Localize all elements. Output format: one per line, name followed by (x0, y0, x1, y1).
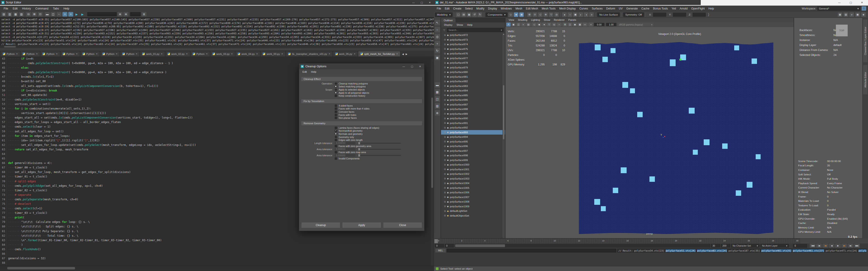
film-gate-icon[interactable]: ▭ (583, 23, 587, 26)
script-tab[interactable]: Python ✕ (60, 51, 80, 57)
expand-icon[interactable]: ⊞ (444, 140, 446, 143)
step-back-key-button[interactable]: |◀ (822, 244, 828, 248)
wireframe-icon[interactable]: ◇ (532, 23, 536, 26)
lights-icon[interactable]: ▽ (547, 23, 551, 26)
save-script-icon[interactable]: ▦ (13, 12, 18, 16)
input-connections-icon[interactable]: ● (562, 12, 567, 17)
layout-single-pane-icon[interactable]: ▬ (435, 82, 440, 88)
modeling-toolkit-icon[interactable]: ▦ (838, 12, 842, 17)
menu-item[interactable]: Generate (625, 7, 640, 10)
expand-icon[interactable]: ⊞ (444, 168, 446, 170)
outliner-item[interactable]: ⊞ ◆ polySurface974 (441, 42, 505, 47)
outliner-item[interactable]: ⊞ ◆ polySurface1005 (441, 185, 505, 191)
code-vertical-scrollbar[interactable] (431, 59, 434, 266)
expand-icon[interactable]: ⊞ (444, 173, 446, 175)
status-collapse-icon[interactable]: ⟩ (708, 12, 709, 17)
play-backwards-button[interactable]: ◀ (829, 244, 835, 248)
snap-curve-icon[interactable]: ⊙ (532, 12, 537, 17)
dialog-option-row[interactable]: Invalid Components (301, 157, 422, 160)
close-tab-icon[interactable]: ✕ (36, 53, 38, 55)
script-tab[interactable]: work_02.py ✕ (165, 51, 190, 57)
maximize-icon[interactable]: ▢ (411, 65, 413, 68)
make-live-icon[interactable]: ◎ (554, 12, 559, 17)
step-forward-frame-button[interactable]: ▶| (848, 244, 854, 248)
select-hierarchy-mode-icon[interactable]: ◇ (508, 12, 513, 17)
line-number-field[interactable] (130, 12, 141, 16)
snap-view-plane-icon[interactable]: ▽ (549, 12, 553, 17)
close-tab-icon[interactable]: ✕ (96, 53, 98, 55)
clear-all-icon[interactable]: ⊡ (38, 12, 43, 16)
character-set-dropdown[interactable]: No Character Set▾ (731, 244, 760, 247)
snap-grid-icon[interactable]: ⊞ (527, 12, 532, 17)
animation-start-field[interactable]: 0 (435, 244, 444, 247)
outliner-item[interactable]: ⊞ ◆ polySurface983 (441, 84, 505, 89)
checkbox[interactable] (335, 127, 337, 129)
maximize-icon[interactable]: ▢ (849, 1, 852, 4)
dialog-option-row[interactable]: Select matching polygons (301, 85, 422, 88)
animation-end-field[interactable]: 200 (721, 244, 730, 247)
minimize-icon[interactable]: — (402, 65, 405, 68)
checkbox[interactable] (335, 111, 337, 113)
range-slider-thumb[interactable] (455, 244, 505, 247)
scroll-up-icon[interactable]: ▲ (502, 33, 505, 35)
menu-item[interactable]: Edit (301, 70, 309, 73)
two-d-pan-zoom-icon[interactable]: ◐ (521, 23, 526, 26)
outliner-item[interactable]: ⊞ ◆ polySurface995 (441, 139, 505, 144)
joints-xray-icon[interactable]: ◉ (573, 23, 577, 26)
selected-faces[interactable] (689, 108, 694, 113)
checkbox[interactable] (335, 145, 337, 147)
expand-icon[interactable]: ⊞ (444, 75, 446, 78)
tolerance-slider[interactable] (358, 155, 401, 156)
close-tab-icon[interactable]: ✕ (396, 53, 398, 55)
close-icon[interactable]: ✕ (419, 65, 421, 68)
expand-icon[interactable]: ⊞ (444, 159, 446, 161)
history-horizontal-scrollbar[interactable] (0, 46, 434, 48)
menu-item[interactable]: Shading (516, 19, 529, 21)
command-input[interactable] (447, 249, 616, 252)
z-coord-input[interactable] (692, 13, 706, 17)
script-tab[interactable]: work_03.py ✕ (210, 51, 235, 57)
radio-button[interactable] (335, 89, 337, 91)
outliner-scrollbar[interactable]: ▲ (502, 33, 505, 238)
lasso-tool-icon[interactable]: ○ (435, 27, 440, 32)
layout-split-pane-icon[interactable]: ◫ (435, 96, 440, 102)
open-script-add-icon[interactable]: ▥ (7, 12, 12, 16)
tab-scroll-right-icon[interactable]: ▶ (405, 53, 407, 55)
cleanup-options-dialog[interactable]: M Cleanup Options — ▢ ✕ EditHelp Cleanup… (299, 63, 425, 231)
close-button[interactable]: Close (383, 222, 422, 228)
attribute-editor-toggle-icon[interactable]: ▣ (855, 12, 860, 17)
panel-separator[interactable] (588, 23, 588, 26)
mel-python-toggle[interactable]: MEL (435, 249, 446, 252)
humanik-icon[interactable]: ▧ (844, 12, 848, 17)
script-tab[interactable]: work_01.py ✕ (140, 51, 165, 57)
script-tab[interactable]: Python ✕ (100, 51, 120, 57)
menu-item[interactable]: Help (465, 24, 475, 26)
script-tab[interactable]: Python ✕ (40, 51, 60, 57)
expand-icon[interactable]: ⊞ (444, 94, 446, 96)
menu-item[interactable]: Panels (566, 19, 578, 21)
expand-icon[interactable]: ⊞ (444, 214, 446, 217)
filter-icon[interactable]: ▽ (442, 28, 446, 32)
clear-input-icon[interactable]: ⊟ (26, 12, 31, 16)
checkbox[interactable] (335, 114, 337, 116)
script-editor-titlebar[interactable]: M Script Editor — ▢ ✕ (0, 0, 434, 5)
select-object-mode-icon[interactable]: ◆ (514, 12, 518, 17)
checkbox[interactable] (335, 95, 337, 97)
expand-icon[interactable]: ⊞ (444, 127, 446, 129)
selected-faces[interactable] (602, 57, 608, 62)
dialog-option-row[interactable]: Area tolerance: 0.000010 (301, 148, 422, 151)
dialog-option-row[interactable]: Cleanup Effect (301, 77, 422, 81)
menu-item[interactable]: Edit Mesh (524, 7, 540, 10)
selected-faces[interactable] (649, 176, 655, 182)
show-stack-trace-icon[interactable]: ≡ (68, 12, 73, 16)
close-tab-icon[interactable]: ✕ (353, 53, 355, 55)
dialog-option-row[interactable]: Nonmanifold geometry (301, 129, 422, 133)
workspace-lock-icon[interactable]: ⚿ (862, 6, 866, 11)
outliner-item[interactable]: ⊞ ◆ polySurface984 (441, 88, 505, 93)
expand-icon[interactable]: ⊞ (444, 43, 446, 46)
menu-item[interactable]: Bonus Tools (651, 7, 670, 10)
dialog-option-row[interactable]: Area tolerance: 0.000000 (301, 154, 422, 157)
outliner-item[interactable]: ⊞ ◆ polySurface1001 (441, 167, 505, 172)
minimize-icon[interactable]: — (412, 1, 414, 4)
selection-mask-dropdown[interactable]: Components▾ (486, 12, 507, 17)
